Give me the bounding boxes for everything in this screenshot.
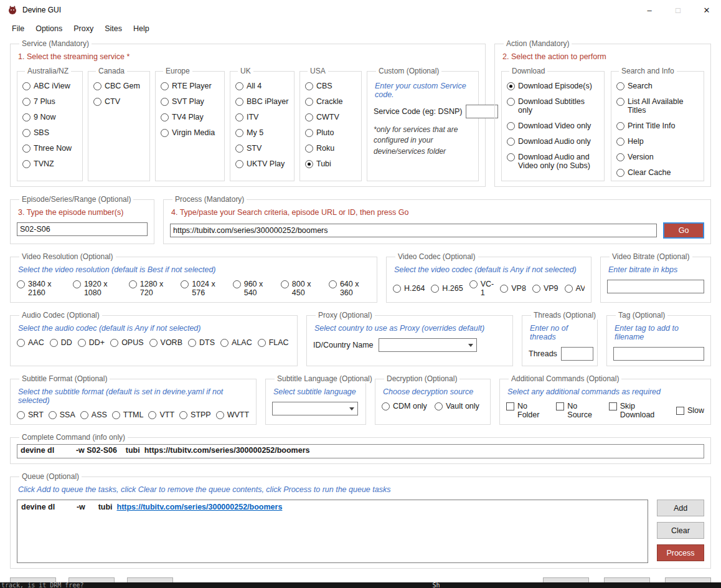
- radio-roku[interactable]: Roku: [305, 144, 356, 153]
- radio-codec-vp8[interactable]: VP8: [500, 284, 526, 293]
- radio-tubi[interactable]: Tubi: [305, 159, 356, 168]
- radio-crackle[interactable]: Crackle: [305, 97, 356, 106]
- radio-res-1280x720[interactable]: 1280 x 720: [129, 280, 174, 297]
- service-code-input[interactable]: [466, 105, 498, 118]
- checkbox-skip-download[interactable]: Skip Download: [609, 402, 671, 419]
- queue-clear-button[interactable]: Clear: [657, 522, 704, 539]
- radio-rte-player[interactable]: RTE Player: [161, 82, 219, 90]
- radio-print-title-info[interactable]: Print Title Info: [616, 121, 699, 130]
- close-button[interactable]: ✕: [692, 0, 721, 20]
- radio-download-subtitles-only[interactable]: Download Subtitles only: [507, 97, 599, 115]
- radio-svt-play[interactable]: SVT Play: [161, 97, 219, 106]
- radio-cbc-gem[interactable]: CBC Gem: [93, 82, 144, 90]
- radio-label: ASS: [92, 410, 107, 419]
- radio-codec-vc1[interactable]: VC-1: [469, 280, 494, 297]
- video-bitrate-input[interactable]: [607, 280, 704, 293]
- radio-label: Help: [628, 137, 644, 146]
- radio-download-audio-only[interactable]: Download Audio only: [507, 137, 599, 146]
- radio-sbs[interactable]: SBS: [22, 128, 77, 137]
- radio-7-plus[interactable]: 7 Plus: [22, 97, 77, 106]
- radio-res-3840x2160[interactable]: 3840 x 2160: [17, 280, 67, 297]
- radio-sub-stpp[interactable]: STPP: [179, 410, 211, 419]
- subtitle-language-combobox[interactable]: [272, 402, 358, 415]
- radio-audio-dd[interactable]: DD: [50, 338, 72, 347]
- radio-tvnz[interactable]: TVNZ: [22, 159, 77, 168]
- radio-all-4[interactable]: All 4: [235, 82, 289, 90]
- menu-proxy[interactable]: Proxy: [68, 22, 99, 36]
- radio-codec-vp9[interactable]: VP9: [532, 284, 558, 293]
- radio-audio-flac[interactable]: FLAC: [258, 338, 289, 347]
- radio-codec-av1[interactable]: AV1: [565, 284, 585, 293]
- radio-pluto[interactable]: Pluto: [305, 128, 356, 137]
- tag-input[interactable]: [613, 347, 704, 361]
- search-criteria-input[interactable]: [170, 224, 657, 237]
- radio-audio-ddplus[interactable]: DD+: [78, 338, 105, 347]
- threads-input[interactable]: [561, 347, 593, 361]
- queue-entry-text: devine dl -w tubi: [21, 503, 117, 511]
- radio-clear-cache[interactable]: Clear Cache: [616, 168, 699, 177]
- radio-res-640x360[interactable]: 640 x 360: [329, 280, 370, 297]
- radio-my-5[interactable]: My 5: [235, 128, 289, 137]
- checkbox-slow[interactable]: Slow: [676, 406, 704, 415]
- go-button[interactable]: Go: [663, 222, 704, 239]
- menu-help[interactable]: Help: [128, 22, 155, 36]
- window-controls: – □ ✕: [635, 0, 721, 20]
- radio-abc-iview[interactable]: ABC iView: [22, 82, 77, 90]
- checkbox-no-source[interactable]: No Source: [556, 402, 603, 419]
- radio-version[interactable]: Version: [616, 153, 699, 161]
- radio-cdm-only[interactable]: CDM only: [382, 402, 427, 410]
- radio-download-episodes[interactable]: Download Episode(s): [507, 82, 599, 90]
- radio-label: 7 Plus: [34, 97, 55, 106]
- radio-audio-aac[interactable]: AAC: [17, 338, 44, 347]
- radio-audio-alac[interactable]: ALAC: [220, 338, 252, 347]
- threads-group: Threads (Optional) Enter no of threads T…: [522, 311, 598, 366]
- radio-res-1920x1080[interactable]: 1920 x 1080: [73, 280, 123, 297]
- radio-search[interactable]: Search: [616, 82, 699, 90]
- proxy-label: ID/Country Name: [313, 341, 374, 349]
- radio-bbc-iplayer[interactable]: BBC iPlayer: [235, 97, 289, 106]
- maximize-button[interactable]: □: [664, 0, 692, 20]
- checkbox-no-folder[interactable]: No Folder: [506, 402, 550, 419]
- radio-audio-opus[interactable]: OPUS: [110, 338, 143, 347]
- radio-codec-h264[interactable]: H.264: [393, 284, 425, 293]
- radio-sub-srt[interactable]: SRT: [17, 410, 44, 419]
- radio-audio-vorb[interactable]: VORB: [149, 338, 182, 347]
- episode-input[interactable]: [17, 222, 148, 236]
- queue-entry-link[interactable]: https://tubitv.com/series/300000252/boom…: [117, 503, 283, 511]
- complete-command-box[interactable]: devine dl -w S02-S06 tubi https://tubitv…: [17, 444, 704, 458]
- radio-res-1024x576[interactable]: 1024 x 576: [181, 280, 226, 297]
- queue-process-button[interactable]: Process: [657, 544, 704, 561]
- proxy-combobox[interactable]: [379, 338, 477, 352]
- radio-sub-vtt[interactable]: VTT: [148, 410, 174, 419]
- radio-res-960x540[interactable]: 960 x 540: [233, 280, 275, 297]
- radio-sub-wvtt[interactable]: WVTT: [216, 410, 249, 419]
- queue-add-button[interactable]: Add: [657, 500, 704, 516]
- radio-res-800x450[interactable]: 800 x 450: [281, 280, 323, 297]
- radio-list-all-titles[interactable]: List All Available Titles: [616, 97, 699, 115]
- radio-9-now[interactable]: 9 Now: [22, 113, 77, 121]
- menu-sites[interactable]: Sites: [99, 22, 128, 36]
- radio-help[interactable]: Help: [616, 137, 699, 146]
- radio-tv4-play[interactable]: TV4 Play: [161, 113, 219, 121]
- radio-cbs[interactable]: CBS: [305, 82, 356, 90]
- radio-stv[interactable]: STV: [235, 144, 289, 153]
- radio-audio-dts[interactable]: DTS: [188, 338, 215, 347]
- radio-download-video-only[interactable]: Download Video only: [507, 121, 599, 130]
- radio-virgin-media[interactable]: Virgin Media: [161, 128, 219, 137]
- radio-three-now[interactable]: Three Now: [22, 144, 77, 153]
- radio-ctv[interactable]: CTV: [93, 97, 144, 106]
- radio-vault-only[interactable]: Vault only: [435, 402, 479, 410]
- radio-download-audio-video-no-subs[interactable]: Download Audio and Video only (no Subs): [507, 153, 599, 170]
- region-canada: Canada CBC Gem CTV: [88, 67, 150, 181]
- minimize-button[interactable]: –: [635, 0, 664, 20]
- radio-sub-ass[interactable]: ASS: [80, 410, 107, 419]
- radio-itv[interactable]: ITV: [235, 113, 289, 121]
- radio-cwtv[interactable]: CWTV: [305, 113, 356, 121]
- queue-list[interactable]: devine dl -w tubi https://tubitv.com/ser…: [17, 500, 648, 563]
- menu-options[interactable]: Options: [30, 22, 68, 36]
- radio-sub-ttml[interactable]: TTML: [112, 410, 144, 419]
- radio-codec-h265[interactable]: H.265: [431, 284, 463, 293]
- radio-uktv-play[interactable]: UKTV Play: [235, 159, 289, 168]
- menu-file[interactable]: File: [6, 22, 30, 36]
- radio-sub-ssa[interactable]: SSA: [49, 410, 75, 419]
